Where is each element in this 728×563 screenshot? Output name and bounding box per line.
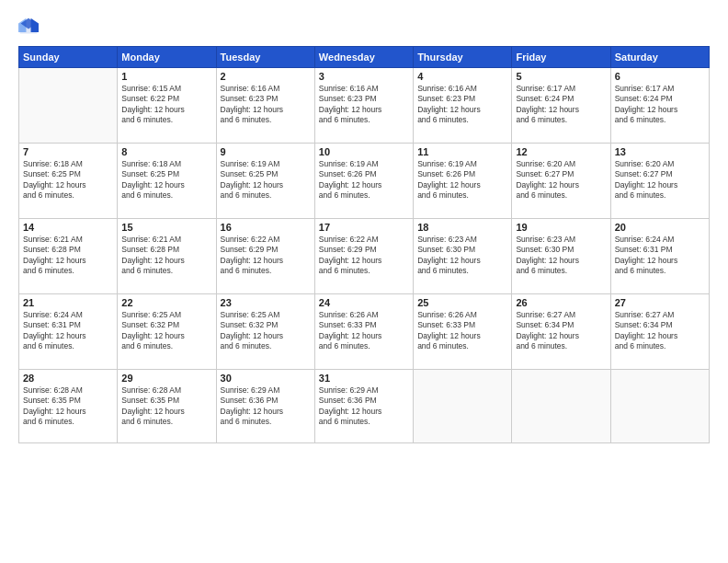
calendar-cell: 10Sunrise: 6:19 AM Sunset: 6:26 PM Dayli… (314, 144, 413, 219)
day-number: 27 (615, 297, 705, 308)
calendar-cell: 7Sunrise: 6:18 AM Sunset: 6:25 PM Daylig… (19, 144, 118, 219)
day-info: Sunrise: 6:19 AM Sunset: 6:26 PM Dayligh… (319, 159, 409, 201)
calendar-cell: 1Sunrise: 6:15 AM Sunset: 6:22 PM Daylig… (118, 68, 216, 144)
day-number: 16 (221, 222, 311, 233)
calendar-cell: 3Sunrise: 6:16 AM Sunset: 6:23 PM Daylig… (314, 68, 413, 144)
calendar-cell: 23Sunrise: 6:25 AM Sunset: 6:32 PM Dayli… (216, 294, 314, 370)
day-number: 25 (417, 297, 507, 308)
calendar-cell: 16Sunrise: 6:22 AM Sunset: 6:29 PM Dayli… (216, 219, 314, 294)
day-number: 28 (23, 373, 113, 384)
calendar-cell: 5Sunrise: 6:17 AM Sunset: 6:24 PM Daylig… (512, 68, 610, 144)
day-number: 29 (121, 373, 211, 384)
calendar-cell: 8Sunrise: 6:18 AM Sunset: 6:25 PM Daylig… (118, 144, 216, 219)
weekday-header-row: SundayMondayTuesdayWednesdayThursdayFrid… (19, 47, 710, 68)
calendar-cell: 28Sunrise: 6:28 AM Sunset: 6:35 PM Dayli… (19, 370, 118, 443)
calendar-cell: 18Sunrise: 6:23 AM Sunset: 6:30 PM Dayli… (414, 219, 512, 294)
calendar-cell: 30Sunrise: 6:29 AM Sunset: 6:36 PM Dayli… (216, 370, 314, 443)
calendar-cell: 31Sunrise: 6:29 AM Sunset: 6:36 PM Dayli… (314, 370, 413, 443)
calendar-cell: 26Sunrise: 6:27 AM Sunset: 6:34 PM Dayli… (512, 294, 610, 370)
day-info: Sunrise: 6:17 AM Sunset: 6:24 PM Dayligh… (516, 84, 606, 126)
calendar-cell: 19Sunrise: 6:23 AM Sunset: 6:30 PM Dayli… (512, 219, 610, 294)
week-row-1: 7Sunrise: 6:18 AM Sunset: 6:25 PM Daylig… (19, 144, 710, 219)
day-info: Sunrise: 6:15 AM Sunset: 6:22 PM Dayligh… (121, 84, 211, 126)
day-number: 1 (121, 71, 211, 82)
day-info: Sunrise: 6:18 AM Sunset: 6:25 PM Dayligh… (121, 159, 211, 201)
calendar-cell: 20Sunrise: 6:24 AM Sunset: 6:31 PM Dayli… (610, 219, 709, 294)
day-number: 23 (221, 297, 311, 308)
day-info: Sunrise: 6:22 AM Sunset: 6:29 PM Dayligh… (221, 235, 311, 277)
day-number: 30 (221, 373, 311, 384)
day-number: 4 (417, 71, 507, 82)
week-row-2: 14Sunrise: 6:21 AM Sunset: 6:28 PM Dayli… (19, 219, 710, 294)
calendar-cell: 17Sunrise: 6:22 AM Sunset: 6:29 PM Dayli… (314, 219, 413, 294)
day-number: 15 (121, 222, 211, 233)
day-info: Sunrise: 6:16 AM Sunset: 6:23 PM Dayligh… (417, 84, 507, 126)
header (18, 17, 710, 37)
day-number: 22 (121, 297, 211, 308)
calendar-page: SundayMondayTuesdayWednesdayThursdayFrid… (0, 0, 728, 563)
day-info: Sunrise: 6:20 AM Sunset: 6:27 PM Dayligh… (516, 159, 606, 201)
weekday-header-monday: Monday (118, 47, 216, 68)
week-row-4: 28Sunrise: 6:28 AM Sunset: 6:35 PM Dayli… (19, 370, 710, 443)
day-info: Sunrise: 6:19 AM Sunset: 6:26 PM Dayligh… (417, 159, 507, 201)
day-number: 19 (516, 222, 606, 233)
calendar-cell (512, 370, 610, 443)
day-info: Sunrise: 6:25 AM Sunset: 6:32 PM Dayligh… (221, 310, 311, 352)
calendar-cell: 11Sunrise: 6:19 AM Sunset: 6:26 PM Dayli… (414, 144, 512, 219)
day-info: Sunrise: 6:17 AM Sunset: 6:24 PM Dayligh… (615, 84, 705, 126)
day-number: 10 (319, 146, 409, 157)
week-row-0: 1Sunrise: 6:15 AM Sunset: 6:22 PM Daylig… (19, 68, 710, 144)
day-number: 11 (417, 146, 507, 157)
day-info: Sunrise: 6:24 AM Sunset: 6:31 PM Dayligh… (615, 235, 705, 277)
day-number: 26 (516, 297, 606, 308)
day-info: Sunrise: 6:21 AM Sunset: 6:28 PM Dayligh… (23, 235, 113, 277)
calendar-cell: 4Sunrise: 6:16 AM Sunset: 6:23 PM Daylig… (414, 68, 512, 144)
day-info: Sunrise: 6:22 AM Sunset: 6:29 PM Dayligh… (319, 235, 409, 277)
day-info: Sunrise: 6:25 AM Sunset: 6:32 PM Dayligh… (121, 310, 211, 352)
day-number: 13 (615, 146, 705, 157)
day-number: 17 (319, 222, 409, 233)
day-info: Sunrise: 6:16 AM Sunset: 6:23 PM Dayligh… (221, 84, 311, 126)
week-row-3: 21Sunrise: 6:24 AM Sunset: 6:31 PM Dayli… (19, 294, 710, 370)
calendar-cell: 12Sunrise: 6:20 AM Sunset: 6:27 PM Dayli… (512, 144, 610, 219)
day-number: 5 (516, 71, 606, 82)
day-info: Sunrise: 6:28 AM Sunset: 6:35 PM Dayligh… (23, 385, 113, 428)
calendar-table: SundayMondayTuesdayWednesdayThursdayFrid… (18, 46, 710, 443)
calendar-cell: 27Sunrise: 6:27 AM Sunset: 6:34 PM Dayli… (610, 294, 709, 370)
calendar-cell (610, 370, 709, 443)
day-number: 6 (615, 71, 705, 82)
day-number: 21 (23, 297, 113, 308)
day-info: Sunrise: 6:24 AM Sunset: 6:31 PM Dayligh… (23, 310, 113, 352)
day-info: Sunrise: 6:21 AM Sunset: 6:28 PM Dayligh… (121, 235, 211, 277)
calendar-cell: 15Sunrise: 6:21 AM Sunset: 6:28 PM Dayli… (118, 219, 216, 294)
calendar-cell: 29Sunrise: 6:28 AM Sunset: 6:35 PM Dayli… (118, 370, 216, 443)
day-info: Sunrise: 6:28 AM Sunset: 6:35 PM Dayligh… (121, 385, 211, 428)
calendar-cell: 24Sunrise: 6:26 AM Sunset: 6:33 PM Dayli… (314, 294, 413, 370)
day-number: 12 (516, 146, 606, 157)
calendar-cell: 21Sunrise: 6:24 AM Sunset: 6:31 PM Dayli… (19, 294, 118, 370)
weekday-header-thursday: Thursday (414, 47, 512, 68)
day-number: 8 (121, 146, 211, 157)
logo-icon (18, 17, 39, 37)
day-info: Sunrise: 6:29 AM Sunset: 6:36 PM Dayligh… (221, 385, 311, 428)
day-info: Sunrise: 6:23 AM Sunset: 6:30 PM Dayligh… (516, 235, 606, 277)
day-number: 2 (221, 71, 311, 82)
day-info: Sunrise: 6:29 AM Sunset: 6:36 PM Dayligh… (319, 385, 409, 428)
day-info: Sunrise: 6:27 AM Sunset: 6:34 PM Dayligh… (516, 310, 606, 352)
day-info: Sunrise: 6:23 AM Sunset: 6:30 PM Dayligh… (417, 235, 507, 277)
calendar-cell: 6Sunrise: 6:17 AM Sunset: 6:24 PM Daylig… (610, 68, 709, 144)
day-info: Sunrise: 6:26 AM Sunset: 6:33 PM Dayligh… (417, 310, 507, 352)
day-info: Sunrise: 6:27 AM Sunset: 6:34 PM Dayligh… (615, 310, 705, 352)
day-number: 31 (319, 373, 409, 384)
day-info: Sunrise: 6:18 AM Sunset: 6:25 PM Dayligh… (23, 159, 113, 201)
calendar-cell (19, 68, 118, 144)
day-number: 18 (417, 222, 507, 233)
day-number: 14 (23, 222, 113, 233)
day-number: 7 (23, 146, 113, 157)
logo (18, 17, 42, 37)
day-number: 3 (319, 71, 409, 82)
day-info: Sunrise: 6:16 AM Sunset: 6:23 PM Dayligh… (319, 84, 409, 126)
day-info: Sunrise: 6:19 AM Sunset: 6:25 PM Dayligh… (221, 159, 311, 201)
calendar-cell: 2Sunrise: 6:16 AM Sunset: 6:23 PM Daylig… (216, 68, 314, 144)
calendar-cell: 14Sunrise: 6:21 AM Sunset: 6:28 PM Dayli… (19, 219, 118, 294)
